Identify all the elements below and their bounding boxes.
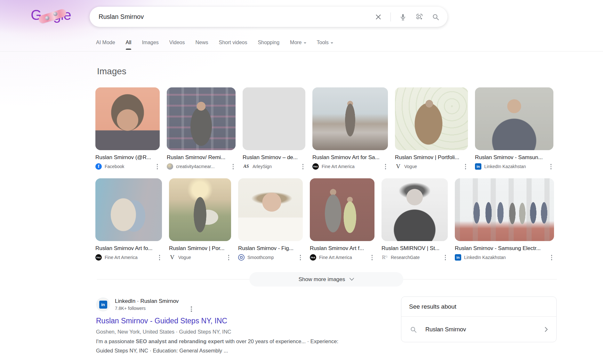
result-photo[interactable]: [395, 87, 468, 150]
kebab-menu-icon[interactable]: [155, 163, 160, 170]
result-title[interactable]: Ruslan Smirnov - Fig...: [238, 245, 303, 252]
image-result[interactable]: Ruslan Smirnov | Portfoli... V Vogue: [395, 87, 468, 170]
result-source-row: RG ResearchGate: [382, 254, 448, 261]
result-title[interactable]: Ruslan Smirnov/ Remi...: [167, 154, 236, 161]
result-source[interactable]: Vogue: [178, 255, 191, 260]
result-photo[interactable]: [455, 178, 554, 241]
kebab-menu-icon[interactable]: [549, 163, 554, 170]
result-source[interactable]: LinkedIn Kazakhstan: [464, 255, 506, 260]
tab-tools[interactable]: Tools: [317, 40, 333, 50]
kebab-menu-icon[interactable]: [383, 163, 388, 170]
result-title[interactable]: Ruslan Smirnov – de...: [243, 154, 305, 161]
result-source[interactable]: ArleySign: [253, 164, 272, 169]
image-result[interactable]: Ruslan Smirnov Art for Sa... FAA Fine Ar…: [312, 87, 388, 170]
images-section-title: Images: [97, 66, 126, 77]
result-title[interactable]: Ruslan Smirnov | Por...: [169, 245, 231, 252]
result-site-line[interactable]: LinkedIn · Ruslan Smirnov: [115, 298, 179, 304]
result-photo[interactable]: [95, 87, 160, 150]
result-photo[interactable]: [243, 87, 305, 150]
result-photo[interactable]: [312, 87, 388, 150]
image-result[interactable]: Ruslan Smirnov - Samsun... in LinkedIn K…: [475, 87, 553, 170]
image-result[interactable]: Ruslan Smirnov Art fo... FAA Fine Art Am…: [95, 178, 162, 261]
kebab-menu-icon[interactable]: [549, 254, 554, 261]
result-header[interactable]: in LinkedIn · Ruslan Smirnov 7.8K+ follo…: [96, 297, 365, 311]
result-source-row: creativity4acmear...: [167, 163, 236, 170]
result-source[interactable]: Vogue: [404, 164, 417, 169]
vogue-icon: V: [395, 163, 401, 170]
show-more-label: Show more images: [299, 276, 345, 283]
tab-images[interactable]: Images: [142, 40, 158, 50]
result-title[interactable]: Ruslan Smirnov (@R...: [95, 154, 160, 161]
tab-all[interactable]: All: [126, 40, 132, 50]
result-source-row: in LinkedIn Kazakhstan: [455, 254, 554, 261]
kebab-menu-icon[interactable]: [157, 254, 162, 261]
result-source-row: FAA Fine Art America: [310, 254, 374, 261]
result-title[interactable]: Ruslan Smirnov - Samsung Electr...: [455, 245, 554, 252]
result-title[interactable]: Ruslan Smirnov Art fo...: [95, 245, 162, 252]
result-photo[interactable]: [169, 178, 231, 241]
result-title[interactable]: Ruslan Smirnov Art f...: [310, 245, 374, 252]
result-source[interactable]: Fine Art America: [319, 255, 352, 260]
chevron-right-icon: [545, 327, 548, 332]
result-source-row: V Vogue: [169, 254, 231, 261]
microphone-icon[interactable]: [399, 13, 407, 21]
result-photo[interactable]: [167, 87, 236, 150]
result-title-link[interactable]: Ruslan Smirnov - Guided Steps NY, INC: [96, 317, 365, 325]
search-query-text[interactable]: Ruslan Smirnov: [99, 13, 144, 20]
kebab-menu-icon[interactable]: [231, 163, 236, 170]
result-photo[interactable]: [475, 87, 553, 150]
tab-more[interactable]: More: [290, 40, 306, 50]
kebab-menu-icon[interactable]: [443, 254, 448, 261]
image-result[interactable]: Ruslan Smirnov Art f... FAA Fine Art Ame…: [310, 178, 374, 261]
kebab-menu-icon[interactable]: [189, 306, 194, 312]
image-result[interactable]: Ruslan Smirnov | Por... V Vogue: [169, 178, 231, 261]
search-bar[interactable]: Ruslan Smirnov: [90, 7, 447, 27]
kebab-menu-icon[interactable]: [301, 163, 306, 170]
result-source[interactable]: Fine Art America: [322, 164, 355, 169]
image-result[interactable]: Ruslan SMIRNOV | St... RG ResearchGate: [382, 178, 448, 261]
result-photo[interactable]: [382, 178, 448, 241]
result-photo[interactable]: [238, 178, 303, 241]
image-result[interactable]: Ruslan Smirnov – de... AS ArleySign: [243, 87, 305, 170]
result-source[interactable]: Smoothcomp: [247, 255, 274, 260]
image-result[interactable]: Ruslan Smirnov - Samsung Electr... in Li…: [455, 178, 554, 261]
snippet-bold-text: SEO analyst and rebranding expert: [136, 338, 224, 344]
show-more-images-button[interactable]: Show more images: [249, 272, 403, 287]
chevron-down-icon: [350, 278, 354, 281]
kebab-menu-icon[interactable]: [463, 163, 468, 170]
result-source[interactable]: LinkedIn Kazakhstan: [484, 164, 526, 169]
search-divider: [390, 12, 391, 21]
result-source[interactable]: Facebook: [105, 164, 124, 169]
close-icon[interactable]: [374, 13, 382, 21]
linkedin-icon: in: [455, 254, 461, 261]
kebab-menu-icon[interactable]: [298, 254, 303, 261]
tab-short-videos[interactable]: Short videos: [219, 40, 247, 50]
result-title[interactable]: Ruslan SMIRNOV | St...: [382, 245, 448, 252]
result-title[interactable]: Ruslan Smirnov - Samsun...: [475, 154, 553, 161]
result-source[interactable]: Fine Art America: [105, 255, 138, 260]
see-results-entry[interactable]: Ruslan Smirnov: [401, 317, 556, 342]
image-result[interactable]: Ruslan Smirnov (@R... f Facebook: [95, 87, 160, 170]
kebab-menu-icon[interactable]: [370, 254, 375, 261]
see-results-title: See results about: [401, 297, 556, 317]
result-source-row: FAA Fine Art America: [312, 163, 388, 170]
google-logo[interactable]: G gle: [31, 6, 79, 26]
tab-shopping[interactable]: Shopping: [258, 40, 279, 50]
image-result[interactable]: Ruslan Smirnov - Fig... Smoothcomp: [238, 178, 303, 261]
result-photo[interactable]: [95, 178, 162, 241]
image-result[interactable]: Ruslan Smirnov/ Remi... creativity4acmea…: [167, 87, 236, 170]
result-source[interactable]: ResearchGate: [391, 255, 420, 260]
arleysign-icon: AS: [243, 163, 250, 170]
search-icon[interactable]: [431, 13, 440, 21]
result-source-row: f Facebook: [95, 163, 160, 170]
result-source[interactable]: creativity4acmear...: [176, 164, 215, 169]
result-source-row: Smoothcomp: [238, 254, 303, 261]
tab-videos[interactable]: Videos: [169, 40, 185, 50]
kebab-menu-icon[interactable]: [226, 254, 231, 261]
result-photo[interactable]: [310, 178, 374, 241]
google-lens-icon[interactable]: [415, 13, 423, 21]
tab-news[interactable]: News: [195, 40, 208, 50]
result-title[interactable]: Ruslan Smirnov Art for Sa...: [312, 154, 388, 161]
tab-ai-mode[interactable]: AI Mode: [96, 40, 115, 50]
result-title[interactable]: Ruslan Smirnov | Portfoli...: [395, 154, 468, 161]
